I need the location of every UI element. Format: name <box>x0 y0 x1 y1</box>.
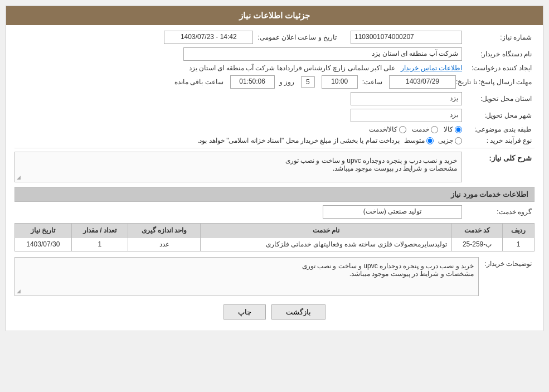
announce-datetime-value: 1403/07/23 - 14:42 <box>164 31 253 44</box>
services-table: ردیف کد خدمت نام خدمت واحد اندازه گیری ت… <box>14 223 535 251</box>
requester-org-value: شرکت آب منطقه ای استان یزد <box>183 47 462 61</box>
process-label: نوع فرآیند خرید : <box>462 137 535 144</box>
summary-text: خرید و نصب درب و پنجره دوجداره upvc و سا… <box>14 152 462 182</box>
deadline-remaining-label: ساعت باقی مانده <box>174 78 224 86</box>
city-label: شهر محل تحویل: <box>462 112 535 119</box>
category-label: طبقه بندی موضوعی: <box>462 125 535 133</box>
province-value: یزد <box>351 92 462 105</box>
bottom-buttons: بازگشت چاپ <box>14 304 535 320</box>
category-khedmat-option[interactable]: خدمت <box>412 125 438 133</box>
process-jozi-option[interactable]: جزیی <box>438 137 462 144</box>
category-kala-option[interactable]: کالا <box>444 125 462 133</box>
deadline-label: مهلت ارسال پاسخ: تا تاریخ: <box>456 78 535 86</box>
deadline-days-label: روز و <box>279 78 294 86</box>
page-title: جزئیات اطلاعات نیاز <box>6 6 543 25</box>
requester-org-label: نام دستگاه خریدار: <box>462 50 535 58</box>
col-row: ردیف <box>503 224 535 238</box>
province-label: استان محل تحویل: <box>462 95 535 103</box>
buyer-notes-text: خرید و نصب درب و پنجره دوجداره upvc و سا… <box>14 257 479 296</box>
need-number-value: 1103001074000207 <box>351 31 462 44</box>
creator-label: ایجاد کننده درخواست: <box>462 64 535 72</box>
creator-value: علی اکبر سلمانی زارچ کارشناس قراردادها ش… <box>189 64 396 72</box>
deadline-date: 1403/07/29 <box>389 75 456 89</box>
deadline-time: 10:00 <box>322 75 358 89</box>
print-button[interactable]: چاپ <box>224 304 266 320</box>
announce-datetime-label: تاریخ و ساعت اعلان عمومی: <box>258 33 339 41</box>
process-note: پرداخت تمام یا بخشی از مبلغ خریدار محل "… <box>197 137 400 144</box>
buyer-notes-resize-icon: ◢ <box>17 288 21 294</box>
summary-label: شرح کلی نیاز: <box>462 152 535 162</box>
service-group-label: گروه خدمت: <box>462 208 535 216</box>
resize-icon: ◢ <box>17 175 21 180</box>
need-number-label: شماره نیاز: <box>462 33 535 41</box>
city-value: یزد <box>351 109 462 122</box>
deadline-days: 5 <box>301 76 315 88</box>
col-name: نام خدمت <box>201 224 452 238</box>
service-group-value: تولید صنعتی (ساخت) <box>323 205 462 219</box>
deadline-time-label: ساعت: <box>362 78 382 86</box>
services-section-title: اطلاعات خدمات مورد نیاز <box>14 187 535 202</box>
table-row: 1 ب-259-25 تولیدسایرمحصولات فلزی ساخته ش… <box>15 238 535 251</box>
col-qty: تعداد / مقدار <box>71 224 128 238</box>
deadline-remaining: 01:50:06 <box>230 75 275 89</box>
process-motawaset-option[interactable]: متوسط <box>404 137 434 144</box>
category-kala-khedmat-option[interactable]: کالا/خدمت <box>369 125 406 133</box>
buyer-notes-label: توضیحات خریدار: <box>479 257 535 268</box>
back-button[interactable]: بازگشت <box>271 304 325 320</box>
creator-contact-link[interactable]: اطلاعات تماس خریدار <box>401 64 462 72</box>
col-unit: واحد اندازه گیری <box>128 224 201 238</box>
col-code: کد خدمت <box>451 224 502 238</box>
col-date: تاریخ نیاز <box>15 224 72 238</box>
